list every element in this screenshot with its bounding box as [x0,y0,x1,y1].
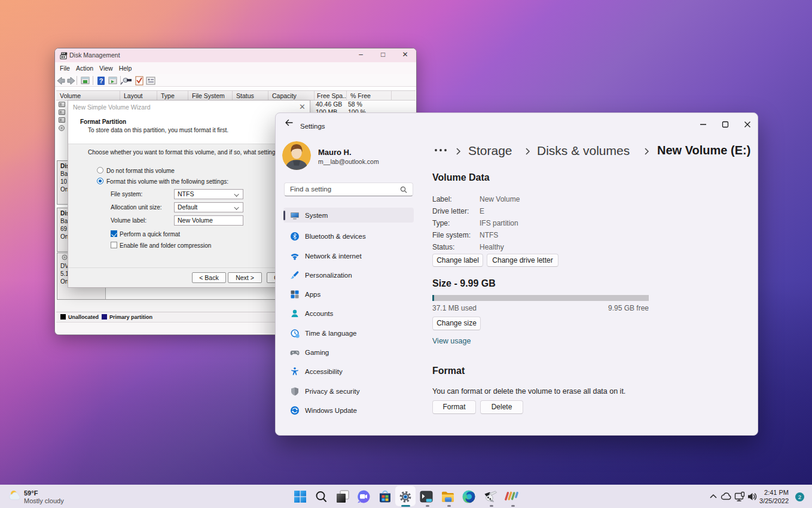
svg-text:?: ? [99,77,103,84]
